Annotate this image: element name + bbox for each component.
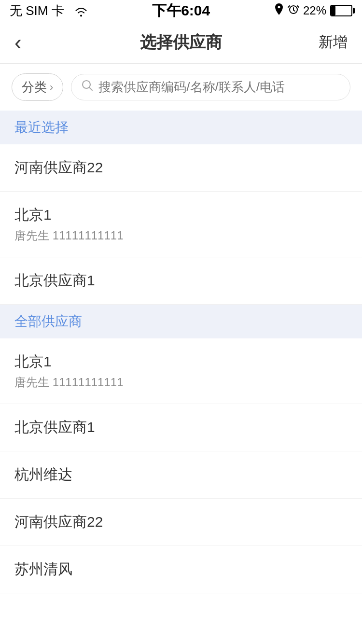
list-item[interactable]: 杭州维达 (0, 451, 362, 499)
list-item[interactable]: 北京供应商1 (0, 404, 362, 451)
status-bar: 无 SIM 卡 下午6:04 22% (0, 0, 362, 21)
item-name: 北京供应商1 (14, 418, 348, 437)
section-header-all: 全部供应商 (0, 305, 362, 338)
svg-point-0 (278, 6, 280, 8)
status-time: 下午6:04 (152, 1, 210, 21)
alarm-icon (288, 3, 299, 18)
list-item[interactable]: 北京供应商1 (0, 257, 362, 305)
category-label: 分类 (22, 79, 47, 96)
back-button[interactable]: ‹ (14, 32, 43, 53)
item-name: 北京1 (14, 205, 348, 225)
battery-percent: 22% (303, 4, 326, 17)
item-name: 北京1 (14, 352, 348, 372)
list-item[interactable]: 河南供应商22 (0, 144, 362, 192)
search-input[interactable] (98, 80, 340, 95)
wifi-icon (74, 3, 88, 18)
status-left: 无 SIM 卡 (10, 2, 88, 19)
item-name: 杭州维达 (14, 465, 348, 485)
item-name: 河南供应商22 (14, 158, 348, 178)
item-detail: 唐先生 11111111111 (14, 228, 348, 243)
item-name: 苏州清风 (14, 560, 348, 579)
add-button[interactable]: 新增 (319, 32, 348, 52)
location-icon (274, 3, 284, 18)
section-header-recent: 最近选择 (0, 111, 362, 144)
filter-bar: 分类 › (0, 64, 362, 111)
page-title: 选择供应商 (140, 31, 222, 54)
category-button[interactable]: 分类 › (12, 73, 63, 101)
list-item[interactable]: 苏州清风 (0, 546, 362, 593)
list-item[interactable]: 北京1唐先生 11111111111 (0, 192, 362, 257)
battery-icon (330, 5, 352, 16)
item-detail: 唐先生 11111111111 (14, 375, 348, 390)
list-item[interactable]: 河南供应商22 (0, 499, 362, 546)
nav-bar: ‹ 选择供应商 新增 (0, 21, 362, 64)
search-box (71, 74, 350, 100)
status-right: 22% (274, 3, 352, 18)
search-icon (81, 79, 94, 95)
item-name: 河南供应商22 (14, 512, 348, 532)
list-item[interactable]: 北京1唐先生 11111111111 (0, 338, 362, 404)
chevron-right-icon: › (50, 81, 53, 94)
sections-container: 最近选择河南供应商22北京1唐先生 11111111111北京供应商1全部供应商… (0, 111, 362, 593)
item-name: 北京供应商1 (14, 271, 348, 291)
